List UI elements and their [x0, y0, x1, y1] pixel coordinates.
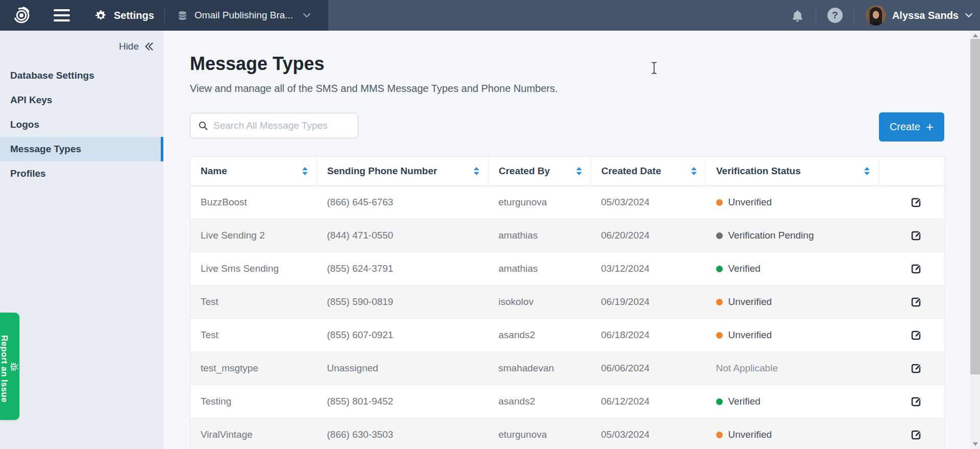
edit-button[interactable]: [909, 394, 924, 409]
cell-verification-status: Verified: [706, 252, 879, 286]
status-dot: [716, 266, 723, 272]
scrollbar-up-arrow[interactable]: [973, 34, 978, 37]
create-button[interactable]: Create +: [879, 112, 944, 141]
cell-created-by: eturgunova: [488, 186, 591, 219]
vertical-scrollbar: [970, 31, 980, 449]
column-header-name[interactable]: Name: [190, 157, 317, 186]
cell-created-date: 06/18/2024: [591, 319, 706, 352]
edit-button[interactable]: [909, 261, 924, 276]
chevron-down-icon: [964, 10, 974, 20]
nav-settings[interactable]: Settings: [94, 9, 154, 22]
cell-actions: [879, 186, 945, 219]
hamburger-menu-icon[interactable]: [54, 9, 70, 21]
status-label: Verified: [728, 263, 761, 274]
cell-name: ViralVintage: [190, 418, 317, 449]
scrollbar-thumb[interactable]: [970, 39, 980, 374]
cell-verification-status: Verified: [706, 385, 879, 418]
edit-button[interactable]: [909, 294, 924, 309]
cell-phone: Unassigned: [317, 352, 488, 385]
cell-created-date: 03/12/2024: [591, 252, 706, 286]
sidebar-nav: Database SettingsAPI KeysLogosMessage Ty…: [0, 63, 163, 186]
sidebar-hide-toggle[interactable]: Hide: [0, 31, 163, 52]
help-button[interactable]: ?: [827, 8, 843, 23]
app-logo[interactable]: [12, 6, 31, 25]
edit-icon: [911, 196, 922, 208]
sort-icon: [473, 167, 480, 176]
edit-button[interactable]: [909, 228, 924, 243]
bell-icon: [791, 9, 804, 22]
cell-name: test_msgtype: [190, 352, 317, 385]
double-chevron-left-icon: [143, 41, 154, 52]
table-row: test_msgtypeUnassignedsmahadevan06/06/20…: [190, 352, 945, 385]
column-header-created-by[interactable]: Created By: [488, 157, 591, 186]
cell-actions: [879, 352, 945, 385]
cell-created-date: 06/06/2024: [591, 352, 706, 385]
hide-label: Hide: [119, 41, 139, 52]
app-root: Settings Omail Publishing Bra...: [0, 0, 980, 449]
page-title: Message Types: [190, 53, 324, 75]
column-label: Created By: [499, 166, 550, 177]
text-cursor: [650, 61, 658, 77]
bug-icon: [9, 362, 19, 372]
cell-name: Live Sms Sending: [190, 252, 317, 286]
column-header-sending-phone-number[interactable]: Sending Phone Number: [317, 157, 488, 186]
cell-created-by: asands2: [488, 319, 591, 352]
sort-icon: [691, 167, 697, 176]
column-label: Sending Phone Number: [327, 166, 437, 177]
report-issue-tab[interactable]: Report an Issue: [0, 313, 19, 420]
column-header-created-date[interactable]: Created Date: [591, 157, 706, 186]
sidebar-item-api-keys[interactable]: API Keys: [0, 88, 163, 112]
cell-created-date: 06/12/2024: [591, 385, 706, 418]
cell-phone: (866) 645-6763: [317, 186, 488, 219]
chevron-down-icon: [301, 10, 312, 21]
sidebar-item-logos[interactable]: Logos: [0, 112, 163, 137]
sidebar-item-database-settings[interactable]: Database Settings: [0, 63, 163, 88]
cell-created-by: eturgunova: [488, 418, 591, 449]
sort-icon: [576, 167, 582, 176]
sidebar-item-message-types[interactable]: Message Types: [0, 137, 163, 161]
cell-verification-status: Verification Pending: [706, 219, 879, 252]
database-selector-dropdown[interactable]: Omail Publishing Bra...: [177, 10, 312, 21]
cell-phone: (855) 607-0921: [317, 319, 488, 352]
settings-sidebar: Hide Database SettingsAPI KeysLogosMessa…: [0, 31, 163, 449]
cell-name: Test: [190, 286, 317, 319]
search-input[interactable]: [213, 120, 351, 131]
avatar: [866, 5, 886, 26]
cell-verification-status: Unverified: [706, 418, 879, 449]
main-content: Message Types View and manage all of the…: [163, 31, 970, 449]
navbar-brand-section: Settings Omail Publishing Bra...: [0, 0, 328, 31]
cell-actions: [879, 319, 945, 352]
notifications-button[interactable]: [791, 9, 804, 22]
edit-button[interactable]: [909, 427, 924, 442]
sidebar-item-profiles[interactable]: Profiles: [0, 161, 163, 186]
status-dot: [716, 432, 723, 438]
column-header-actions: [879, 157, 945, 186]
status-dot: [716, 299, 723, 305]
user-menu[interactable]: Alyssa Sands: [866, 5, 974, 26]
edit-icon: [911, 395, 922, 407]
column-header-verification-status[interactable]: Verification Status: [706, 157, 879, 186]
table-row: Live Sending 2(844) 471-0550amathias06/2…: [190, 219, 945, 252]
cell-phone: (855) 590-0819: [317, 286, 488, 319]
cell-verification-status: Not Applicable: [706, 352, 879, 385]
status-label: Not Applicable: [716, 363, 778, 374]
search-box: [190, 113, 358, 138]
sort-icon: [864, 167, 870, 176]
table-row: Testing(855) 801-9452asands206/12/2024Ve…: [190, 385, 945, 418]
create-button-label: Create: [890, 121, 920, 133]
cell-phone: (866) 630-3503: [317, 418, 488, 449]
edit-button[interactable]: [909, 195, 924, 209]
edit-icon: [911, 229, 922, 241]
table-row: BuzzBoost(866) 645-6763eturgunova05/03/2…: [190, 186, 945, 219]
edit-button[interactable]: [909, 327, 924, 342]
scrollbar-down-arrow[interactable]: [973, 442, 978, 446]
navbar-divider: [816, 7, 816, 23]
navbar-divider: [854, 7, 854, 23]
cell-created-date: 05/03/2024: [591, 418, 706, 449]
settings-title: Settings: [114, 10, 154, 21]
logo-icon: [12, 6, 31, 25]
cell-created-by: smahadevan: [488, 352, 591, 385]
table-row: ViralVintage(866) 630-3503eturgunova05/0…: [190, 418, 945, 449]
cell-created-by: amathias: [488, 219, 591, 252]
edit-button[interactable]: [909, 361, 924, 375]
